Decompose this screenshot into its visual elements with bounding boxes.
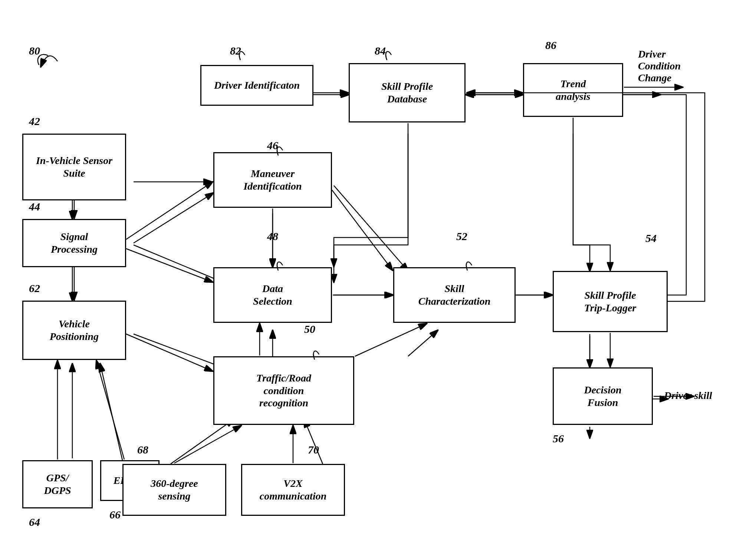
decision-fusion-box: DecisionFusion xyxy=(553,367,653,425)
data-selection-box: DataSelection xyxy=(213,267,332,323)
svg-line-40 xyxy=(355,324,427,356)
svg-line-12 xyxy=(334,186,408,271)
ref-64: 64 xyxy=(29,516,40,528)
svg-line-18 xyxy=(304,419,323,464)
ref-56: 56 xyxy=(553,432,564,445)
ref-42: 42 xyxy=(29,115,40,128)
traffic-road-box: Traffic/Roadconditionrecognition xyxy=(213,356,354,425)
svg-line-16 xyxy=(408,330,438,356)
svg-line-3 xyxy=(134,193,213,243)
maneuver-identification-box: ManeuverIdentification xyxy=(213,152,332,208)
svg-line-26 xyxy=(126,182,213,239)
svg-line-5 xyxy=(134,334,223,367)
sensing-360-box: 360-degreesensing xyxy=(122,464,226,516)
svg-line-4 xyxy=(134,245,223,282)
svg-line-41 xyxy=(174,426,241,463)
driver-skill-label: Driver skill xyxy=(664,390,712,402)
ref-44: 44 xyxy=(29,200,40,213)
svg-line-31 xyxy=(96,361,124,459)
signal-processing-box: SignalProcessing xyxy=(22,219,126,267)
trend-analysis-box: Trendanalysis xyxy=(523,63,623,117)
vehicle-positioning-box: VehiclePositioning xyxy=(22,301,126,360)
gps-box: GPS/DGPS xyxy=(22,460,93,508)
skill-characterization-box: SkillCharacterization xyxy=(393,267,516,323)
ref-70: 70 xyxy=(308,443,319,456)
ref-54: 54 xyxy=(645,232,657,245)
svg-line-7 xyxy=(100,364,122,460)
ref-66: 66 xyxy=(109,508,121,521)
svg-line-27 xyxy=(126,249,213,282)
skill-profile-trip-logger-box: Skill ProfileTrip-Logger xyxy=(553,271,668,332)
svg-line-17 xyxy=(171,419,234,464)
ref-62: 62 xyxy=(29,282,40,295)
driver-identification-box: Driver Identificaton xyxy=(200,65,313,106)
ref-48: 48 xyxy=(267,230,278,243)
ref-86: 86 xyxy=(545,39,556,52)
ref-82: 82 xyxy=(230,45,241,57)
ref-84: 84 xyxy=(375,45,386,57)
skill-profile-database-box: Skill ProfileDatabase xyxy=(349,63,466,122)
diagram-container: 80 42 In-Vehicle Sensor Suite 44 SignalP… xyxy=(0,0,730,560)
ref-46: 46 xyxy=(267,139,278,152)
svg-line-36 xyxy=(332,190,392,270)
ref-52: 52 xyxy=(456,230,467,243)
v2x-box: V2Xcommunication xyxy=(241,464,345,516)
driver-condition-change-label: DriverConditionChange xyxy=(638,48,681,84)
ref-68: 68 xyxy=(137,443,148,456)
in-vehicle-sensor-box: In-Vehicle Sensor Suite xyxy=(22,134,126,200)
ref-80: 80 xyxy=(29,45,40,57)
ref-50: 50 xyxy=(304,323,315,335)
svg-line-29 xyxy=(126,334,213,371)
